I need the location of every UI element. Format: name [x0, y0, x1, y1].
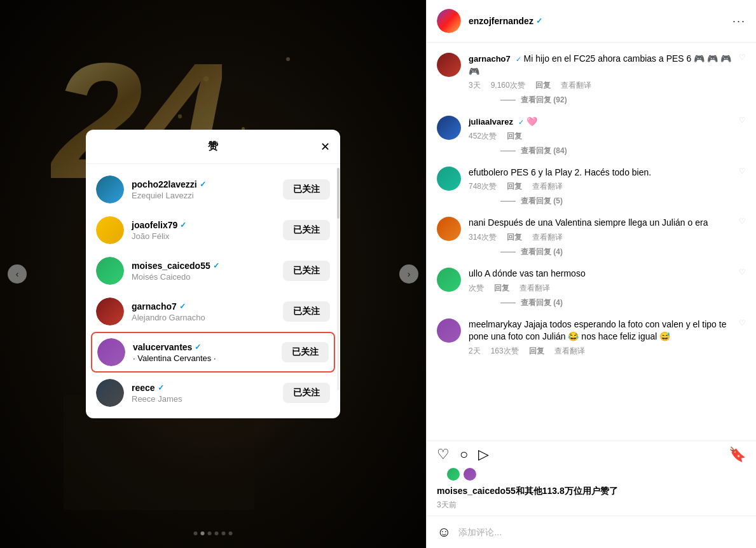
- modal-realname: Ezequiel Lavezzi: [132, 191, 275, 200]
- comment-translate-button[interactable]: 查看翻译: [519, 283, 550, 294]
- modal-scrollbar: [336, 168, 340, 390]
- comment-heart-icon[interactable]: ♡: [739, 319, 746, 327]
- modal-realname: João Félix: [132, 231, 275, 241]
- user-info: reece ✓ Reece James: [132, 383, 275, 404]
- verified-icon: ✓: [200, 180, 206, 189]
- follow-button[interactable]: 已关注: [283, 179, 330, 200]
- view-replies-button[interactable]: 查看回复 (92): [521, 95, 567, 106]
- comment-reply-button[interactable]: 回复: [535, 80, 551, 91]
- modal-username: valucervantes ✓: [133, 342, 274, 352]
- comment-translate-button[interactable]: 查看翻译: [532, 232, 563, 243]
- likes-user-item-highlighted: valucervantes ✓ · Valentina Cervantes · …: [91, 332, 335, 373]
- comment-translate-button[interactable]: 查看翻译: [554, 346, 585, 357]
- likes-user-item: moises_caicedo55 ✓ Moisés Caicedo 已关注: [86, 250, 340, 291]
- avatar-image: [96, 216, 124, 244]
- reply-line: [500, 303, 516, 303]
- user-info: joaofelix79 ✓ João Félix: [132, 220, 275, 241]
- view-replies: 查看回复 (4): [500, 298, 731, 308]
- comment-heart-icon[interactable]: ♡: [739, 167, 746, 175]
- commenter-verified-icon: ✓: [516, 55, 521, 63]
- bookmark-button[interactable]: 🔖: [729, 446, 746, 463]
- comment-likes: 452次赞: [469, 131, 497, 142]
- comment-item: juliaalvarez ✓ 🩷 452次赞 回复 查看回复 (84) ♡: [437, 116, 746, 156]
- follow-button[interactable]: 已关注: [283, 220, 330, 240]
- comment-text: ullo A dónde vas tan hermoso: [469, 268, 731, 280]
- comment-text: meelmarykay Jajaja todos esperando la fo…: [469, 319, 731, 343]
- comment-body: ullo A dónde vas tan hermoso 次赞 回复 查看翻译 …: [469, 268, 731, 308]
- comment-reply-button[interactable]: 回复: [494, 283, 509, 294]
- follow-button[interactable]: 已关注: [282, 342, 329, 362]
- verified-icon: ✓: [158, 383, 164, 392]
- avatar-image: [96, 257, 124, 285]
- comment-translate-button[interactable]: 查看翻译: [561, 80, 591, 91]
- verified-icon: ✓: [195, 343, 201, 352]
- commenter-avatar: [437, 217, 461, 241]
- follow-button[interactable]: 已关注: [283, 301, 330, 322]
- view-replies-button[interactable]: 查看回复 (5): [521, 196, 563, 207]
- comment-body: meelmarykay Jajaja todos esperando la fo…: [469, 319, 731, 357]
- modal-realname: Moisés Caicedo: [132, 272, 275, 282]
- comment-item: meelmarykay Jajaja todos esperando la fo…: [437, 319, 746, 357]
- comments-list: garnacho7 ✓ Mi hijo en el FC25 ahora cam…: [427, 43, 756, 441]
- comment-reply-button[interactable]: 回复: [529, 346, 544, 357]
- comment-reply-button[interactable]: 回复: [507, 131, 522, 142]
- verified-icon: ✓: [213, 261, 219, 270]
- view-replies-button[interactable]: 查看回复 (84): [521, 146, 567, 156]
- user-info: garnacho7 ✓ Alejandro Garnacho: [132, 301, 275, 322]
- post-time: 3天前: [427, 500, 756, 516]
- comment-heart-icon[interactable]: ♡: [739, 217, 746, 226]
- comment-likes: 163次赞: [491, 346, 519, 357]
- modal-header: 赞 ✕: [86, 130, 340, 164]
- comment-translate-button[interactable]: 查看翻译: [532, 181, 563, 192]
- comment-body: garnacho7 ✓ Mi hijo en el FC25 ahora cam…: [469, 53, 731, 106]
- comment-item: garnacho7 ✓ Mi hijo en el FC25 ahora cam…: [437, 53, 746, 106]
- avatar-image: [96, 379, 124, 407]
- commenter-avatar: [437, 53, 461, 77]
- comment-button[interactable]: ○: [460, 446, 468, 463]
- commenter-avatar: [437, 116, 461, 140]
- comment-heart-icon[interactable]: ♡: [739, 116, 746, 125]
- comment-body: nani Después de una Valentina siempre ll…: [469, 217, 731, 257]
- modal-username: garnacho7 ✓: [132, 301, 275, 312]
- comment-time: 3天: [469, 80, 481, 91]
- commenter-verified-icon: ✓: [518, 118, 524, 126]
- comment-heart-icon[interactable]: ♡: [739, 268, 746, 277]
- comment-meta: 2天 163次赞 回复 查看翻译: [469, 346, 731, 357]
- commenter-username[interactable]: juliaalvarez: [469, 117, 513, 127]
- user-info: moises_caicedo55 ✓ Moisés Caicedo: [132, 261, 275, 282]
- comment-reply-button[interactable]: 回复: [507, 181, 522, 192]
- share-button[interactable]: ▷: [478, 446, 489, 463]
- user-avatar: [97, 338, 125, 366]
- likes-user-item: reece ✓ Reece James 已关注: [86, 373, 340, 413]
- view-replies: 查看回复 (92): [500, 95, 731, 106]
- view-replies-button[interactable]: 查看回复 (4): [521, 298, 563, 308]
- more-options-button[interactable]: ···: [732, 15, 746, 28]
- like-button[interactable]: ♡: [437, 446, 450, 463]
- comment-text: nani Después de una Valentina siempre ll…: [469, 217, 731, 229]
- commenter-username[interactable]: garnacho7: [469, 54, 511, 64]
- follow-button[interactable]: 已关注: [283, 383, 330, 403]
- poster-username[interactable]: enzojfernandez ✓: [469, 16, 542, 26]
- comment-heart-icon[interactable]: ♡: [739, 53, 746, 62]
- comment-body: juliaalvarez ✓ 🩷 452次赞 回复 查看回复 (84): [469, 116, 731, 156]
- user-info: pocho22lavezzi ✓ Ezequiel Lavezzi: [132, 179, 275, 200]
- comment-likes: 314次赞: [469, 232, 497, 243]
- likes-user-item: joaofelix79 ✓ João Félix 已关注: [86, 210, 340, 250]
- reply-line: [500, 201, 516, 202]
- comment-meta: 748次赞 回复 查看翻译: [469, 181, 731, 192]
- likes-count-text: moises_caicedo55和其他113.8万位用户赞了: [427, 468, 756, 500]
- emoji-button[interactable]: ☺: [437, 524, 451, 540]
- likes-user-item: pocho22lavezzi ✓ Ezequiel Lavezzi 已关注: [86, 169, 340, 210]
- comment-input[interactable]: [458, 527, 746, 537]
- comment-reply-button[interactable]: 回复: [507, 232, 522, 243]
- comment-likes: 748次赞: [469, 181, 497, 192]
- view-replies-button[interactable]: 查看回复 (4): [521, 247, 563, 257]
- reply-line: [500, 252, 516, 252]
- liker-avatar: [464, 468, 476, 481]
- avatar-image: [97, 338, 125, 366]
- user-avatar: [96, 298, 124, 325]
- modal-close-button[interactable]: ✕: [320, 140, 330, 154]
- comment-input-area: ☺: [427, 516, 756, 548]
- follow-button[interactable]: 已关注: [283, 261, 330, 281]
- verified-icon: ✓: [179, 302, 186, 311]
